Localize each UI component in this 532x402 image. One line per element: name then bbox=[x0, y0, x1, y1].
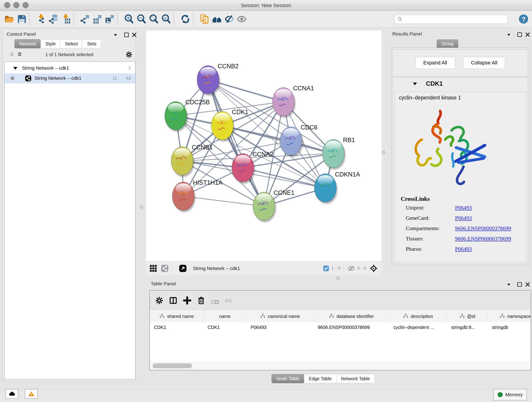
cell-database-identifier[interactable]: 9606.ENSP00000378699 bbox=[314, 322, 389, 332]
cell-namespace[interactable]: stringdb bbox=[488, 322, 531, 332]
tab-string[interactable]: String bbox=[437, 39, 458, 48]
export-network-button[interactable] bbox=[79, 13, 91, 25]
node-CDKN1A[interactable]: CDKN1A bbox=[314, 171, 360, 204]
import-network-button[interactable] bbox=[35, 13, 47, 25]
network-view-canvas[interactable]: CCNB2CCNA1CDC25BCDK1CDC6RB1CCNB1CCNA2CDK… bbox=[146, 31, 381, 261]
panel-menu-icon[interactable] bbox=[506, 281, 512, 287]
cloud-status-button[interactable] bbox=[5, 389, 18, 399]
tab-network[interactable]: Network bbox=[14, 39, 41, 48]
table-horizontal-scrollbar[interactable] bbox=[150, 362, 531, 370]
node-HIST1H1A[interactable]: HIST1H1A bbox=[172, 179, 222, 212]
open-folder-button[interactable] bbox=[3, 13, 16, 25]
hide-selected-button[interactable] bbox=[223, 13, 235, 25]
network-row-selected[interactable]: String Network – cdk1 11 48 bbox=[5, 73, 135, 83]
warnings-button[interactable] bbox=[25, 389, 38, 399]
columns-table-button[interactable] bbox=[169, 296, 178, 305]
column-header-database-identifier[interactable]: database identifier bbox=[314, 310, 389, 322]
node-CCNB2[interactable]: CCNB2 bbox=[197, 63, 239, 96]
import-database-button[interactable] bbox=[47, 13, 60, 25]
import-table-button[interactable] bbox=[60, 13, 72, 25]
vertical-splitter-handle[interactable] bbox=[140, 205, 143, 209]
cell-shared-name[interactable]: CDK1 bbox=[150, 322, 203, 332]
crosslink-value-link[interactable]: 9606.ENSP00000378699 bbox=[455, 225, 511, 231]
horizontal-splitter-handle[interactable] bbox=[336, 276, 340, 280]
tab-style[interactable]: Style bbox=[41, 39, 60, 48]
node-CCNE1[interactable]: CCNE1 bbox=[253, 189, 295, 222]
cell-canonical-name[interactable]: P06493 bbox=[247, 322, 314, 332]
scrollbar-thumb[interactable] bbox=[152, 364, 192, 368]
add-table-button[interactable] bbox=[183, 296, 192, 305]
gear-table-button[interactable] bbox=[155, 296, 164, 305]
column-type-icon bbox=[459, 313, 465, 319]
open-in-window-icon[interactable] bbox=[179, 264, 187, 273]
grid-view-icon[interactable] bbox=[149, 264, 157, 273]
export-table-button[interactable] bbox=[91, 13, 104, 25]
column-header-id[interactable]: @id bbox=[447, 310, 488, 322]
float-panel-icon[interactable] bbox=[517, 281, 523, 287]
column-header-canonical-name[interactable]: canonical name bbox=[247, 310, 314, 322]
selected-checkbox-icon[interactable] bbox=[323, 265, 329, 272]
tab-edge-table[interactable]: Edge Table bbox=[304, 374, 336, 383]
column-header-name[interactable]: name bbox=[203, 310, 247, 322]
search-box[interactable] bbox=[394, 15, 508, 24]
tab-node-table[interactable]: Node Table bbox=[272, 374, 304, 383]
tab-sets[interactable]: Sets bbox=[82, 39, 101, 48]
entry-collapse-icon[interactable] bbox=[413, 83, 417, 85]
cell-description[interactable]: cyclin–dependent ... bbox=[389, 322, 447, 332]
float-panel-icon[interactable] bbox=[517, 32, 523, 38]
table-row[interactable]: CDK1CDK1P064939606.ENSP00000378699cyclin… bbox=[150, 322, 531, 332]
node-RB1[interactable]: RB1 bbox=[322, 137, 355, 170]
crosslink-value-link[interactable]: P06493 bbox=[455, 246, 472, 252]
tree-expand-icon[interactable] bbox=[13, 67, 17, 70]
tab-network-table[interactable]: Network Table bbox=[336, 374, 375, 383]
float-panel-icon[interactable] bbox=[123, 32, 129, 38]
trash-table-button[interactable] bbox=[196, 296, 206, 305]
clone-network-button[interactable] bbox=[198, 13, 211, 25]
expand-all-button[interactable]: Expand All bbox=[415, 57, 455, 69]
hidden-eye-icon[interactable] bbox=[347, 264, 355, 273]
node-CCNA2[interactable]: CCNA2 bbox=[232, 151, 273, 184]
crosslink-label: Uniprot: bbox=[406, 205, 455, 211]
right-splitter-handle[interactable] bbox=[382, 151, 385, 154]
birdseye-view-icon[interactable] bbox=[161, 264, 169, 273]
network-collection-row[interactable]: String Network – cdk1 1 bbox=[5, 63, 135, 73]
edge-CCNB2-CCNE1[interactable] bbox=[208, 80, 264, 206]
node-CCNA1[interactable]: CCNA1 bbox=[272, 85, 314, 118]
tab-select[interactable]: Select bbox=[60, 39, 83, 48]
column-type-icon bbox=[500, 313, 505, 319]
save-button[interactable] bbox=[16, 13, 28, 25]
zoom-fit-button[interactable] bbox=[147, 13, 160, 25]
refresh-button[interactable] bbox=[179, 13, 191, 25]
zoom-selected-button[interactable] bbox=[160, 13, 172, 25]
column-type-icon bbox=[329, 313, 334, 319]
memory-button[interactable]: Memory bbox=[493, 389, 527, 400]
cell-id[interactable]: stringdb:9... bbox=[447, 322, 488, 332]
help-button[interactable]: ? bbox=[518, 14, 529, 24]
search-input[interactable] bbox=[403, 16, 507, 23]
close-panel-icon[interactable] bbox=[525, 32, 531, 38]
cloud-icon bbox=[8, 390, 15, 397]
crosslink-value-link[interactable]: 9606.ENSP00000378699 bbox=[455, 236, 511, 242]
column-header-shared-name[interactable]: shared name bbox=[150, 310, 203, 322]
crosslink-value-link[interactable]: P06493 bbox=[455, 205, 472, 211]
zoom-out-button[interactable] bbox=[135, 13, 147, 25]
network-options-gear-icon[interactable] bbox=[125, 51, 133, 58]
show-all-button[interactable] bbox=[235, 13, 248, 25]
first-neighbors-button[interactable] bbox=[211, 13, 223, 25]
node-CDC25B[interactable]: CDC25B bbox=[165, 99, 210, 132]
panel-menu-icon[interactable] bbox=[113, 32, 119, 38]
export-image-button[interactable] bbox=[104, 13, 116, 25]
table-tabs: Node TableEdge TableNetwork Table bbox=[272, 374, 375, 383]
column-header-namespace[interactable]: namespace bbox=[488, 310, 531, 322]
node-CCNB1[interactable]: CCNB1 bbox=[171, 144, 213, 177]
network-graph[interactable]: CCNB2CCNA1CDC25BCDK1CDC6RB1CCNB1CCNA2CDK… bbox=[146, 31, 381, 261]
collapse-all-button[interactable]: Collapse All bbox=[463, 57, 505, 69]
panel-menu-icon[interactable] bbox=[506, 32, 512, 38]
fit-selected-crosshair-icon[interactable] bbox=[370, 264, 378, 273]
crosslink-value-link[interactable]: P06493 bbox=[455, 215, 472, 221]
close-panel-icon[interactable] bbox=[525, 281, 531, 287]
cell-name[interactable]: CDK1 bbox=[203, 322, 247, 332]
zoom-in-button[interactable] bbox=[123, 13, 135, 25]
column-header-description[interactable]: description bbox=[389, 310, 447, 322]
close-panel-icon[interactable] bbox=[131, 32, 137, 38]
